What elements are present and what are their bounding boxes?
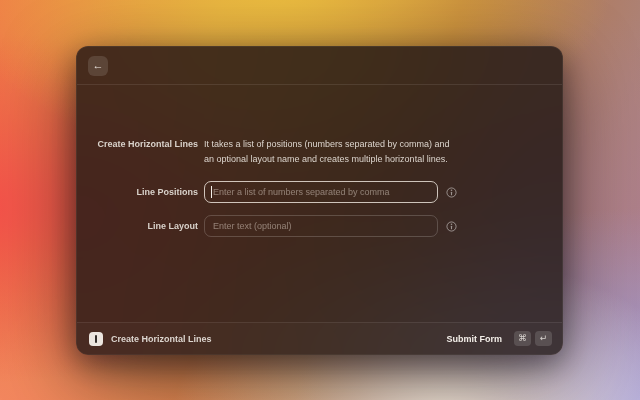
info-icon[interactable] (446, 187, 457, 198)
submit-form-button[interactable]: Submit Form (447, 334, 503, 344)
line-positions-row: Line Positions (77, 181, 562, 203)
info-icon[interactable] (446, 221, 457, 232)
line-positions-label: Line Positions (77, 185, 198, 199)
command-icon (89, 332, 103, 346)
line-layout-label: Line Layout (77, 219, 198, 233)
back-button[interactable]: ← (88, 56, 108, 76)
text-caret (211, 186, 212, 198)
line-layout-row: Line Layout (77, 215, 562, 237)
vertical-line-glyph (95, 335, 98, 343)
line-layout-input[interactable] (204, 215, 438, 237)
command-title-label: Create Horizontal Lines (77, 137, 198, 152)
back-arrow-icon: ← (93, 59, 104, 71)
window-footer: Create Horizontal Lines Submit Form ⌘ ↵ (77, 322, 562, 354)
command-key-icon: ⌘ (514, 331, 531, 346)
desktop-background: ← Create Horizontal Lines It takes a lis… (0, 0, 640, 400)
command-description-text: It takes a list of positions (numbers se… (204, 137, 450, 166)
command-description-row: Create Horizontal Lines It takes a list … (77, 137, 562, 166)
line-positions-input[interactable] (204, 181, 438, 203)
footer-command-name: Create Horizontal Lines (111, 334, 212, 344)
return-key-icon: ↵ (535, 331, 552, 346)
window-titlebar: ← (77, 47, 562, 85)
raycast-form-window: ← Create Horizontal Lines It takes a lis… (76, 46, 563, 355)
